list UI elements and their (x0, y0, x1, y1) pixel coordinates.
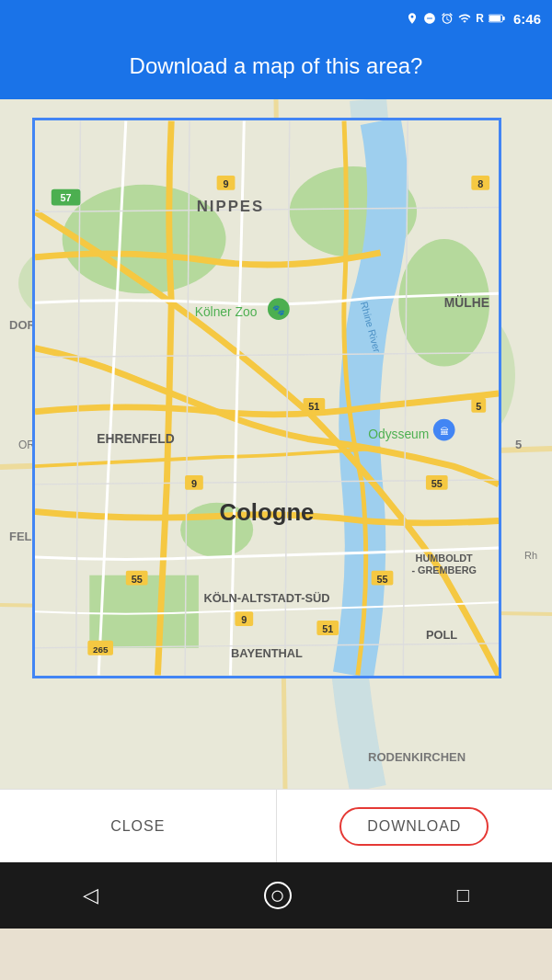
close-button[interactable]: CLOSE (0, 790, 277, 862)
svg-text:HUMBOLDT: HUMBOLDT (416, 553, 473, 564)
svg-text:BAYENTHAL: BAYENTHAL (231, 646, 303, 660)
status-time: 6:46 (513, 11, 541, 27)
svg-text:Cologne: Cologne (220, 499, 315, 525)
alarm-icon (441, 12, 454, 25)
svg-text:51: 51 (322, 623, 333, 634)
svg-text:5: 5 (476, 401, 481, 412)
svg-text:🏛: 🏛 (440, 427, 449, 437)
svg-text:265: 265 (93, 644, 109, 655)
svg-text:51: 51 (308, 401, 319, 412)
recent-button[interactable]: □ (457, 883, 469, 907)
svg-text:57: 57 (61, 192, 72, 203)
svg-rect-1 (489, 16, 500, 21)
page-header: Download a map of this area? (0, 37, 552, 99)
svg-text:55: 55 (431, 478, 443, 489)
signal-icon (458, 12, 471, 25)
svg-text:EHRENFELD: EHRENFELD (97, 431, 175, 446)
map-dialog: Rhine River (32, 118, 501, 678)
svg-text:- GREMBERG: - GREMBERG (411, 564, 477, 575)
svg-text:NIPPES: NIPPES (197, 198, 264, 215)
svg-text:Kölner Zoo: Kölner Zoo (195, 304, 258, 319)
svg-text:55: 55 (132, 574, 143, 585)
home-button[interactable]: ○ (264, 882, 292, 909)
svg-text:9: 9 (241, 614, 247, 625)
status-icons: R 6:46 (406, 11, 541, 27)
svg-text:55: 55 (376, 574, 387, 585)
status-bar: R 6:46 (0, 0, 552, 37)
svg-text:9: 9 (191, 478, 197, 489)
svg-rect-22 (89, 575, 199, 648)
svg-text:Rh: Rh (524, 550, 537, 561)
svg-text:MÜLHE: MÜLHE (444, 295, 489, 310)
svg-text:8: 8 (477, 178, 483, 189)
r-indicator: R (476, 12, 484, 25)
dnd-icon (423, 12, 436, 25)
location-icon (406, 12, 419, 25)
download-button-wrapper: DOWNLOAD (277, 790, 553, 862)
nav-bar: ◁ ○ □ (0, 862, 552, 929)
battery-icon (489, 12, 505, 25)
svg-text:KÖLN-ALTSTADT-SÜD: KÖLN-ALTSTADT-SÜD (203, 591, 329, 605)
page-title: Download a map of this area? (18, 53, 534, 79)
svg-text:POLL: POLL (426, 628, 457, 642)
svg-text:RODENKIRCHEN: RODENKIRCHEN (368, 750, 466, 764)
back-button[interactable]: ◁ (83, 883, 98, 907)
action-bar: CLOSE DOWNLOAD (0, 789, 552, 862)
svg-text:Odysseum: Odysseum (368, 427, 429, 441)
svg-text:🐾: 🐾 (272, 303, 285, 316)
map-background: STAMMHEIM DORF FELD ORF 5 RODENKIRCHEN R… (0, 99, 552, 789)
svg-text:9: 9 (224, 178, 229, 189)
svg-rect-2 (503, 17, 505, 20)
download-button[interactable]: DOWNLOAD (339, 807, 489, 846)
svg-rect-7 (0, 724, 552, 789)
svg-text:5: 5 (515, 438, 522, 451)
